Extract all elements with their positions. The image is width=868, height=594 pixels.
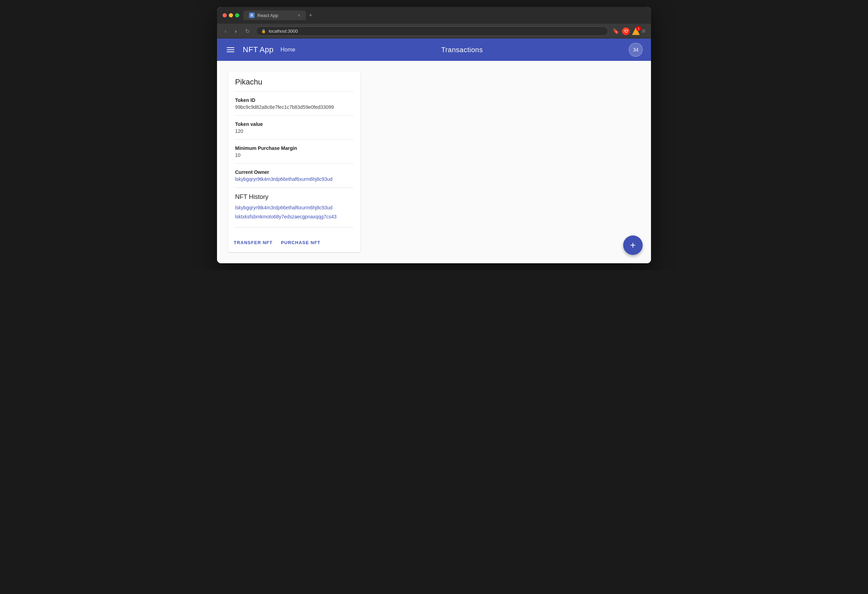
browser-tabs: R React App × +	[244, 10, 645, 20]
card-actions: TRANSFER NFT PURCHASE NFT	[228, 233, 360, 252]
browser-menu-icon[interactable]: ≡	[642, 28, 645, 35]
tab-title: React App	[257, 13, 278, 18]
history-item-0[interactable]: lskybgqryr9tk4m3rdp66ethaf6xurm6hj8c93ud	[235, 205, 353, 210]
page-title: Transactions	[441, 46, 483, 53]
main-content: Pikachu Token ID 99bc9c9d82a8c8e7fec1c7b…	[217, 61, 651, 263]
token-id-group: Token ID 99bc9c9d82a8c8e7fec1c7b83d59e0f…	[235, 98, 353, 116]
alert-container: 1	[632, 28, 639, 35]
nft-card: Pikachu Token ID 99bc9c9d82a8c8e7fec1c7b…	[228, 72, 360, 252]
reload-button[interactable]: ↻	[243, 27, 252, 35]
navbar-right: 34	[629, 43, 643, 57]
tab-close-btn[interactable]: ×	[298, 13, 300, 18]
url-text: localhost:3000	[269, 28, 298, 34]
forward-button[interactable]: ›	[233, 28, 239, 35]
token-value-label: Token value	[235, 121, 353, 127]
transfer-nft-button[interactable]: TRANSFER NFT	[231, 237, 275, 248]
app-title: NFT App	[243, 45, 274, 54]
nav-right-icons: 🔖 🛡 1 ≡	[613, 28, 645, 35]
browser-navbar: ‹ › ↻ 🔒 localhost:3000 🔖 🛡 1 ≡	[217, 24, 651, 38]
back-button[interactable]: ‹	[223, 28, 229, 35]
nft-name: Pikachu	[235, 78, 353, 92]
browser-titlebar: R React App × +	[217, 7, 651, 24]
navbar-left: NFT App Home	[225, 45, 295, 54]
bookmark-icon[interactable]: 🔖	[613, 28, 619, 34]
token-value: 120	[235, 129, 353, 134]
nft-history-title: NFT History	[235, 194, 353, 201]
token-id-value: 99bc9c9d82a8c8e7fec1c7b83d59e0fed33099	[235, 104, 353, 110]
alert-badge: 1	[636, 26, 641, 31]
hamburger-line-2	[227, 49, 235, 50]
maximize-traffic-light[interactable]	[235, 13, 239, 18]
navbar-center: Transactions	[295, 46, 629, 54]
app-content: NFT App Home Transactions 34 Pikachu Tok…	[217, 38, 651, 263]
current-owner-label: Current Owner	[235, 169, 353, 175]
browser-window: R React App × + ‹ › ↻ 🔒 localhost:3000 🔖…	[217, 7, 651, 263]
purchase-nft-button[interactable]: PURCHASE NFT	[278, 237, 323, 248]
hamburger-line-1	[227, 47, 235, 48]
token-id-label: Token ID	[235, 98, 353, 103]
hamburger-menu[interactable]	[225, 46, 236, 53]
minimize-traffic-light[interactable]	[229, 13, 233, 18]
user-count-badge[interactable]: 34	[629, 43, 643, 57]
min-purchase-label: Minimum Purchase Margin	[235, 145, 353, 151]
fab-icon: +	[630, 239, 636, 251]
current-owner-value[interactable]: lskybgqryr9tk4m3rdp66ethaf6xurm6hj8c93ud	[235, 176, 353, 182]
active-tab[interactable]: R React App ×	[244, 10, 306, 20]
close-traffic-light[interactable]	[223, 13, 227, 18]
current-owner-group: Current Owner lskybgqryr9tk4m3rdp66ethaf…	[235, 169, 353, 188]
new-tab-btn[interactable]: +	[309, 12, 313, 19]
token-value-group: Token value 120	[235, 121, 353, 140]
min-purchase-group: Minimum Purchase Margin 10	[235, 145, 353, 164]
brave-shield-icon[interactable]: 🛡	[622, 28, 630, 35]
home-link[interactable]: Home	[280, 47, 295, 53]
lock-icon: 🔒	[261, 29, 266, 33]
nft-card-content: Pikachu Token ID 99bc9c9d82a8c8e7fec1c7b…	[228, 72, 360, 233]
traffic-lights	[223, 13, 239, 18]
tab-favicon: R	[249, 13, 255, 18]
history-item-1[interactable]: lsktxksfsbmkmoto68y7edszaecgpnaxqqg7cs43	[235, 214, 353, 219]
min-purchase-value: 10	[235, 152, 353, 158]
address-bar[interactable]: 🔒 localhost:3000	[256, 27, 608, 36]
fab-button[interactable]: +	[623, 235, 643, 255]
app-navbar: NFT App Home Transactions 34	[217, 38, 651, 61]
nft-history-section: NFT History lskybgqryr9tk4m3rdp66ethaf6x…	[235, 194, 353, 228]
hamburger-line-3	[227, 52, 235, 52]
